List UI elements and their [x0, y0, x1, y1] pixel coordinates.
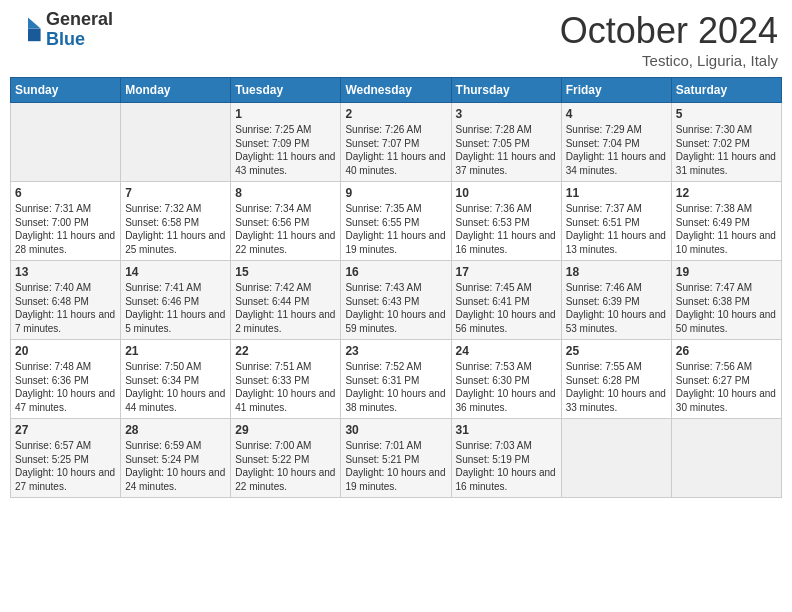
day-cell: 27Sunrise: 6:57 AMSunset: 5:25 PMDayligh… [11, 419, 121, 498]
week-row-1: 1Sunrise: 7:25 AMSunset: 7:09 PMDaylight… [11, 103, 782, 182]
day-detail: Sunrise: 7:03 AMSunset: 5:19 PMDaylight:… [456, 440, 556, 492]
day-detail: Sunrise: 7:00 AMSunset: 5:22 PMDaylight:… [235, 440, 335, 492]
day-cell: 1Sunrise: 7:25 AMSunset: 7:09 PMDaylight… [231, 103, 341, 182]
day-number: 7 [125, 186, 226, 200]
day-detail: Sunrise: 7:26 AMSunset: 7:07 PMDaylight:… [345, 124, 445, 176]
day-number: 2 [345, 107, 446, 121]
day-number: 4 [566, 107, 667, 121]
day-detail: Sunrise: 7:32 AMSunset: 6:58 PMDaylight:… [125, 203, 225, 255]
header-cell-monday: Monday [121, 78, 231, 103]
calendar-body: 1Sunrise: 7:25 AMSunset: 7:09 PMDaylight… [11, 103, 782, 498]
day-cell: 3Sunrise: 7:28 AMSunset: 7:05 PMDaylight… [451, 103, 561, 182]
day-number: 20 [15, 344, 116, 358]
day-detail: Sunrise: 7:40 AMSunset: 6:48 PMDaylight:… [15, 282, 115, 334]
week-row-3: 13Sunrise: 7:40 AMSunset: 6:48 PMDayligh… [11, 261, 782, 340]
day-cell: 30Sunrise: 7:01 AMSunset: 5:21 PMDayligh… [341, 419, 451, 498]
day-number: 11 [566, 186, 667, 200]
day-number: 5 [676, 107, 777, 121]
day-number: 14 [125, 265, 226, 279]
day-cell: 20Sunrise: 7:48 AMSunset: 6:36 PMDayligh… [11, 340, 121, 419]
day-detail: Sunrise: 7:41 AMSunset: 6:46 PMDaylight:… [125, 282, 225, 334]
day-detail: Sunrise: 6:57 AMSunset: 5:25 PMDaylight:… [15, 440, 115, 492]
header-row: SundayMondayTuesdayWednesdayThursdayFrid… [11, 78, 782, 103]
day-cell: 31Sunrise: 7:03 AMSunset: 5:19 PMDayligh… [451, 419, 561, 498]
day-number: 19 [676, 265, 777, 279]
day-cell [561, 419, 671, 498]
day-cell: 25Sunrise: 7:55 AMSunset: 6:28 PMDayligh… [561, 340, 671, 419]
day-number: 22 [235, 344, 336, 358]
header-cell-thursday: Thursday [451, 78, 561, 103]
day-cell: 2Sunrise: 7:26 AMSunset: 7:07 PMDaylight… [341, 103, 451, 182]
logo-blue: Blue [46, 30, 113, 50]
page-header: General Blue October 2024 Testico, Ligur… [10, 10, 782, 69]
day-number: 18 [566, 265, 667, 279]
header-cell-friday: Friday [561, 78, 671, 103]
day-cell: 17Sunrise: 7:45 AMSunset: 6:41 PMDayligh… [451, 261, 561, 340]
day-cell: 18Sunrise: 7:46 AMSunset: 6:39 PMDayligh… [561, 261, 671, 340]
day-detail: Sunrise: 7:42 AMSunset: 6:44 PMDaylight:… [235, 282, 335, 334]
day-detail: Sunrise: 7:46 AMSunset: 6:39 PMDaylight:… [566, 282, 666, 334]
header-cell-wednesday: Wednesday [341, 78, 451, 103]
day-cell: 16Sunrise: 7:43 AMSunset: 6:43 PMDayligh… [341, 261, 451, 340]
day-number: 12 [676, 186, 777, 200]
location-subtitle: Testico, Liguria, Italy [560, 52, 778, 69]
day-number: 31 [456, 423, 557, 437]
logo-general: General [46, 10, 113, 30]
day-cell: 12Sunrise: 7:38 AMSunset: 6:49 PMDayligh… [671, 182, 781, 261]
day-number: 24 [456, 344, 557, 358]
day-cell: 19Sunrise: 7:47 AMSunset: 6:38 PMDayligh… [671, 261, 781, 340]
day-detail: Sunrise: 7:48 AMSunset: 6:36 PMDaylight:… [15, 361, 115, 413]
svg-marker-1 [28, 28, 41, 41]
day-cell: 9Sunrise: 7:35 AMSunset: 6:55 PMDaylight… [341, 182, 451, 261]
day-number: 1 [235, 107, 336, 121]
day-detail: Sunrise: 7:37 AMSunset: 6:51 PMDaylight:… [566, 203, 666, 255]
day-detail: Sunrise: 7:55 AMSunset: 6:28 PMDaylight:… [566, 361, 666, 413]
day-detail: Sunrise: 7:51 AMSunset: 6:33 PMDaylight:… [235, 361, 335, 413]
day-number: 25 [566, 344, 667, 358]
day-number: 17 [456, 265, 557, 279]
day-number: 26 [676, 344, 777, 358]
day-number: 16 [345, 265, 446, 279]
logo-text: General Blue [46, 10, 113, 50]
day-number: 10 [456, 186, 557, 200]
day-number: 29 [235, 423, 336, 437]
day-cell: 13Sunrise: 7:40 AMSunset: 6:48 PMDayligh… [11, 261, 121, 340]
header-cell-saturday: Saturday [671, 78, 781, 103]
header-cell-tuesday: Tuesday [231, 78, 341, 103]
day-detail: Sunrise: 7:52 AMSunset: 6:31 PMDaylight:… [345, 361, 445, 413]
day-cell: 8Sunrise: 7:34 AMSunset: 6:56 PMDaylight… [231, 182, 341, 261]
day-detail: Sunrise: 7:47 AMSunset: 6:38 PMDaylight:… [676, 282, 776, 334]
calendar-table: SundayMondayTuesdayWednesdayThursdayFrid… [10, 77, 782, 498]
day-detail: Sunrise: 7:36 AMSunset: 6:53 PMDaylight:… [456, 203, 556, 255]
day-number: 27 [15, 423, 116, 437]
day-cell [671, 419, 781, 498]
day-cell: 29Sunrise: 7:00 AMSunset: 5:22 PMDayligh… [231, 419, 341, 498]
day-detail: Sunrise: 7:25 AMSunset: 7:09 PMDaylight:… [235, 124, 335, 176]
week-row-5: 27Sunrise: 6:57 AMSunset: 5:25 PMDayligh… [11, 419, 782, 498]
day-number: 3 [456, 107, 557, 121]
day-cell: 24Sunrise: 7:53 AMSunset: 6:30 PMDayligh… [451, 340, 561, 419]
day-number: 13 [15, 265, 116, 279]
day-detail: Sunrise: 7:31 AMSunset: 7:00 PMDaylight:… [15, 203, 115, 255]
day-detail: Sunrise: 7:45 AMSunset: 6:41 PMDaylight:… [456, 282, 556, 334]
title-block: October 2024 Testico, Liguria, Italy [560, 10, 778, 69]
day-detail: Sunrise: 7:53 AMSunset: 6:30 PMDaylight:… [456, 361, 556, 413]
logo-icon [14, 16, 42, 44]
day-detail: Sunrise: 7:34 AMSunset: 6:56 PMDaylight:… [235, 203, 335, 255]
day-cell: 15Sunrise: 7:42 AMSunset: 6:44 PMDayligh… [231, 261, 341, 340]
day-cell: 21Sunrise: 7:50 AMSunset: 6:34 PMDayligh… [121, 340, 231, 419]
day-detail: Sunrise: 7:43 AMSunset: 6:43 PMDaylight:… [345, 282, 445, 334]
day-detail: Sunrise: 7:28 AMSunset: 7:05 PMDaylight:… [456, 124, 556, 176]
day-detail: Sunrise: 7:35 AMSunset: 6:55 PMDaylight:… [345, 203, 445, 255]
day-detail: Sunrise: 7:29 AMSunset: 7:04 PMDaylight:… [566, 124, 666, 176]
day-detail: Sunrise: 7:38 AMSunset: 6:49 PMDaylight:… [676, 203, 776, 255]
day-number: 6 [15, 186, 116, 200]
day-detail: Sunrise: 6:59 AMSunset: 5:24 PMDaylight:… [125, 440, 225, 492]
day-number: 28 [125, 423, 226, 437]
day-cell: 4Sunrise: 7:29 AMSunset: 7:04 PMDaylight… [561, 103, 671, 182]
day-cell [11, 103, 121, 182]
day-detail: Sunrise: 7:50 AMSunset: 6:34 PMDaylight:… [125, 361, 225, 413]
day-cell: 28Sunrise: 6:59 AMSunset: 5:24 PMDayligh… [121, 419, 231, 498]
day-cell: 5Sunrise: 7:30 AMSunset: 7:02 PMDaylight… [671, 103, 781, 182]
calendar-header: SundayMondayTuesdayWednesdayThursdayFrid… [11, 78, 782, 103]
